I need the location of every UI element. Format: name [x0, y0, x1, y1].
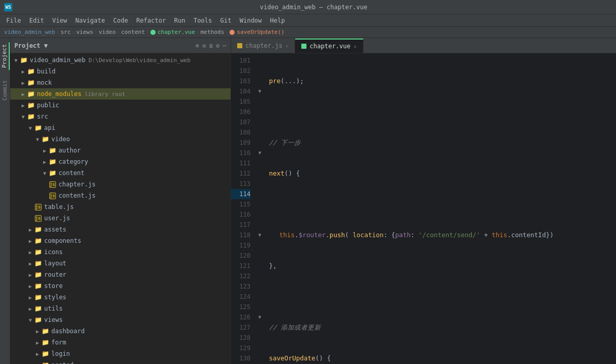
tree-table-js[interactable]: js table.js [10, 201, 230, 213]
content-arrow[interactable]: ▼ [41, 169, 48, 177]
menu-view[interactable]: View [48, 17, 71, 24]
node-modules-arrow[interactable]: ▶ [20, 90, 27, 98]
public-arrow[interactable]: ▶ [20, 102, 27, 109]
root-path: D:\Develop\Web\video_admin_web [88, 57, 190, 64]
gutter-fold-110[interactable]: ▼ [256, 148, 264, 158]
layout-arrow[interactable]: ▶ [27, 260, 34, 267]
breadcrumb-content[interactable]: content [121, 29, 145, 35]
tree-layout[interactable]: ▶ 📁 layout [10, 258, 230, 269]
mock-label: mock [37, 79, 52, 86]
menu-edit[interactable]: Edit [25, 17, 48, 24]
nested-label: nested [51, 361, 73, 364]
tree-author[interactable]: ▶ 📁 author [10, 145, 230, 156]
tree-router[interactable]: ▶ 📁 router [10, 269, 230, 280]
tree-store[interactable]: ▶ 📁 store [10, 280, 230, 292]
menu-run[interactable]: Run [170, 17, 189, 24]
nested-arrow[interactable]: ▶ [34, 361, 41, 364]
tree-nested[interactable]: ▶ 📁 nested [10, 359, 230, 364]
tree-dashboard[interactable]: ▶ 📁 dashboard [10, 325, 230, 337]
build-arrow[interactable]: ▶ [20, 68, 27, 75]
breadcrumb-file-vue[interactable]: chapter.vue [158, 29, 195, 35]
tree-collapse-icon[interactable]: ≡ [202, 42, 206, 49]
tree-api[interactable]: ▼ 📁 api [10, 122, 230, 133]
sidebar-project[interactable]: Project [0, 42, 10, 70]
author-arrow[interactable]: ▶ [41, 147, 48, 154]
tree-video-api[interactable]: ▼ 📁 video [10, 133, 230, 145]
menu-navigate[interactable]: Navigate [71, 17, 109, 24]
menu-refactor[interactable]: Refactor [132, 17, 170, 24]
code-area[interactable]: pre(...); // 下一步 next() { this.$router.p… [264, 53, 616, 364]
tree-settings-icon[interactable]: ⚙ [216, 42, 220, 49]
router-arrow[interactable]: ▶ [27, 271, 34, 278]
tree-components[interactable]: ▶ 📁 components [10, 235, 230, 246]
tree-more-icon[interactable]: ⋯ [223, 42, 226, 49]
editor-content[interactable]: 101 102 103 104 105 106 107 108 109 110 … [231, 53, 616, 364]
tab-chapter-js-close[interactable]: ✕ [285, 43, 288, 49]
api-arrow[interactable]: ▼ [27, 124, 34, 131]
menu-window[interactable]: Window [236, 17, 266, 24]
breadcrumb-project[interactable]: video_admin_web [4, 29, 55, 35]
tree-node-modules[interactable]: ▶ 📁 node_modules library root [10, 88, 230, 100]
store-arrow[interactable]: ▶ [27, 282, 34, 290]
tree-root[interactable]: ▼ 📁 video_admin_web D:\Develop\Web\video… [10, 54, 230, 66]
tree-content-js[interactable]: js content.js [10, 190, 230, 201]
breadcrumb-src[interactable]: src [61, 29, 71, 35]
tab-chapter-vue-close[interactable]: ✕ [354, 44, 357, 49]
tab-js-icon [237, 43, 242, 48]
tree-form[interactable]: ▶ 📁 form [10, 337, 230, 348]
video-api-arrow[interactable]: ▼ [34, 136, 41, 143]
breadcrumb: video_admin_web › src › views › video › … [0, 27, 616, 38]
menu-help[interactable]: Help [266, 17, 289, 24]
tree-content[interactable]: ▼ 📁 content [10, 167, 230, 179]
tree-user-js[interactable]: js user.js [10, 213, 230, 224]
icons-arrow[interactable]: ▶ [27, 248, 34, 256]
category-arrow[interactable]: ▶ [41, 158, 48, 165]
tree-views[interactable]: ▼ 📁 views [10, 314, 230, 325]
login-arrow[interactable]: ▶ [34, 350, 41, 357]
tree-category[interactable]: ▶ 📁 category [10, 156, 230, 167]
tree-public[interactable]: ▶ 📁 public [10, 100, 230, 111]
menu-code[interactable]: Code [109, 17, 132, 24]
gutter-fold-118[interactable]: ▼ [256, 230, 264, 240]
views-arrow[interactable]: ▼ [27, 316, 34, 323]
tree-build[interactable]: ▶ 📁 build [10, 66, 230, 77]
tree-locate-icon[interactable]: ⊕ [196, 42, 199, 49]
breadcrumb-views[interactable]: views [76, 29, 93, 35]
components-arrow[interactable]: ▶ [27, 237, 34, 244]
menu-tools[interactable]: Tools [189, 17, 216, 24]
form-arrow[interactable]: ▶ [34, 339, 41, 346]
tree-icons[interactable]: ▶ 📁 icons [10, 246, 230, 258]
build-folder-icon: 📁 [27, 67, 35, 75]
dashboard-folder-icon: 📁 [41, 327, 49, 335]
menu-git[interactable]: Git [216, 17, 236, 24]
breadcrumb-method[interactable]: saveOrUpdate() [237, 29, 284, 35]
breadcrumb-video[interactable]: video [99, 29, 116, 35]
tree-src[interactable]: ▼ 📁 src [10, 111, 230, 122]
assets-arrow[interactable]: ▶ [27, 226, 34, 233]
mock-arrow[interactable]: ▶ [20, 79, 27, 86]
tab-vue-icon [301, 44, 306, 49]
sidebar-commit[interactable]: Commit [1, 78, 9, 103]
utils-arrow[interactable]: ▶ [27, 305, 34, 312]
styles-arrow[interactable]: ▶ [27, 294, 34, 301]
menu-file[interactable]: File [2, 17, 25, 24]
breadcrumb-methods[interactable]: methods [200, 29, 224, 35]
store-label: store [44, 282, 63, 290]
tree-assets[interactable]: ▶ 📁 assets [10, 224, 230, 235]
gutter-fold-126[interactable]: ▼ [256, 312, 264, 322]
tab-chapter-vue-label: chapter.vue [310, 43, 350, 50]
tree-mock[interactable]: ▶ 📁 mock [10, 77, 230, 88]
dashboard-arrow[interactable]: ▶ [34, 328, 41, 335]
title-bar: WS video_admin_web – chapter.vue [0, 0, 616, 14]
tree-styles[interactable]: ▶ 📁 styles [10, 292, 230, 303]
tab-chapter-vue[interactable]: chapter.vue ✕ [295, 39, 363, 53]
tree-login[interactable]: ▶ 📁 login [10, 348, 230, 359]
tree-expand-icon[interactable]: ≣ [209, 42, 213, 49]
src-arrow[interactable]: ▼ [20, 113, 27, 120]
tree-utils[interactable]: ▶ 📁 utils [10, 303, 230, 314]
gutter-fold-104[interactable]: ▼ [256, 86, 264, 97]
content-js-icon: js [48, 191, 56, 200]
root-arrow[interactable]: ▼ [12, 56, 20, 64]
tab-chapter-js[interactable]: chapter.js ✕ [231, 39, 295, 53]
tree-chapter-js[interactable]: js chapter.js [10, 179, 230, 190]
